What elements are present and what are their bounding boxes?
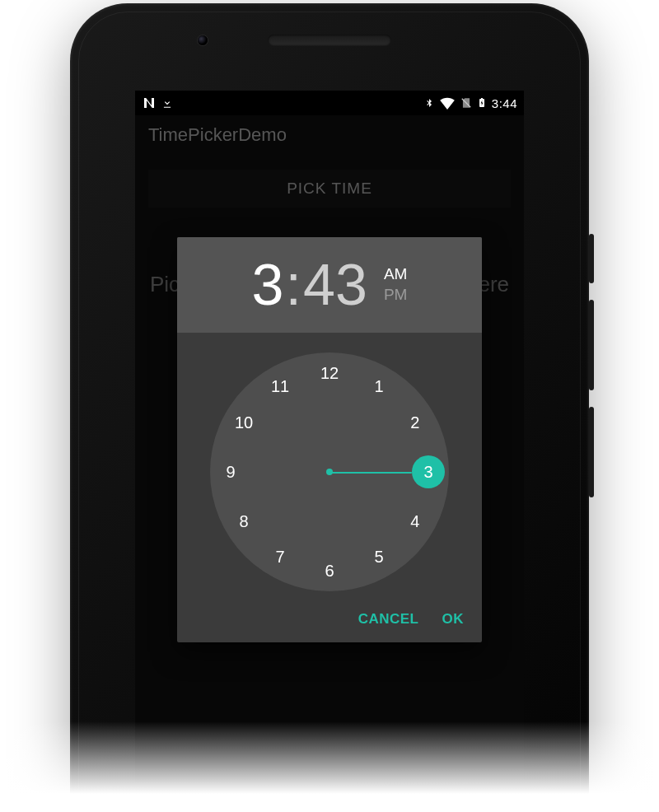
dialog-body: 121234567891011 [177,333,482,600]
android-n-icon [142,96,157,110]
clock-number-9[interactable]: 9 [214,455,247,488]
clock-number-2[interactable]: 2 [399,406,432,439]
clock-number-3[interactable]: 3 [412,455,445,488]
clock-number-4[interactable]: 4 [399,505,432,538]
selected-minute[interactable]: 43 [303,256,367,314]
time-colon: : [284,256,303,314]
clock-number-10[interactable]: 10 [227,406,260,439]
svg-rect-1 [481,98,483,100]
clock-number-7[interactable]: 7 [264,541,297,574]
download-icon [161,96,173,110]
clock-number-11[interactable]: 11 [264,370,297,403]
clock-number-1[interactable]: 1 [362,370,395,403]
clock-face[interactable]: 121234567891011 [210,352,449,591]
clock-number-12[interactable]: 12 [313,357,346,390]
clock-hand [330,472,412,474]
wifi-icon [439,96,456,110]
clock-number-5[interactable]: 5 [362,541,395,574]
time-picker-dialog: 3 : 43 AM PM 121234567891011 CANCEL OK [177,237,482,642]
earpiece [268,35,391,46]
power-button [589,234,594,283]
dialog-actions: CANCEL OK [177,600,482,642]
front-camera [198,35,208,45]
clock-number-8[interactable]: 8 [227,505,260,538]
device-screen: 3:44 TimePickerDemo PICK TIME Pick ere 3… [135,91,524,782]
phone-frame: 3:44 TimePickerDemo PICK TIME Pick ere 3… [70,3,589,812]
dialog-header: 3 : 43 AM PM [177,237,482,333]
clock-number-6[interactable]: 6 [313,554,346,587]
pm-toggle[interactable]: PM [384,285,408,306]
ok-button[interactable]: OK [442,611,465,628]
volume-down-button [589,407,594,497]
cancel-button[interactable]: CANCEL [358,611,419,628]
selected-hour[interactable]: 3 [252,256,284,314]
bluetooth-icon [424,96,434,110]
no-sim-icon [460,96,472,110]
battery-charging-icon [477,96,487,110]
clock-pivot [326,469,333,475]
volume-up-button [589,300,594,390]
am-toggle[interactable]: AM [384,264,408,285]
status-clock: 3:44 [492,96,517,110]
status-bar: 3:44 [135,91,524,115]
